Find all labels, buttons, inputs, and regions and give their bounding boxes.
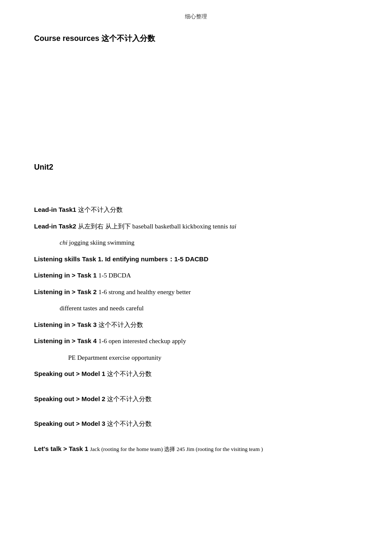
speaking-out-model1-line: Speaking out > Model 1 这个不计入分数 — [34, 368, 358, 380]
lets-talk-task1-answer: Jack (rooting for the home team) 选择 245 … — [90, 446, 263, 452]
speaking-out-model3-line: Speaking out > Model 3 这个不计入分数 — [34, 418, 358, 430]
course-resources-title: Course resources 这个不计入分数 — [34, 33, 358, 43]
listening-in-task4-extra: PE Department exercise opportunity — [34, 352, 358, 364]
lead-in-task2-direction: 从左到右 从上到下 — [78, 223, 131, 230]
page: 细心整理 Course resources 这个不计入分数 Unit2 Lead… — [0, 0, 392, 555]
listening-in-task4-answer: 1-6 open interested checkup apply — [98, 338, 186, 344]
lead-in-task2-rest: jogging skiing swimming — [67, 239, 134, 246]
lead-in-task2-label: Lead-in Task2 — [34, 223, 78, 230]
lead-in-task1-answer: 这个不计入分数 — [78, 206, 123, 213]
speaking-out-model2-line: Speaking out > Model 2 这个不计入分数 — [34, 393, 358, 405]
listening-in-task2-answer: 1-6 strong and healthy energy better — [98, 289, 191, 295]
speaking-out-model1-answer: 这个不计入分数 — [107, 370, 152, 377]
listening-in-task4-line: Listening in > Task 4 1-6 open intereste… — [34, 335, 358, 347]
lead-in-task2-chi: chi — [60, 239, 67, 246]
speaking-out-model2-answer: 这个不计入分数 — [107, 396, 152, 402]
speaking-out-model2-label: Speaking out > Model 2 — [34, 395, 107, 402]
lead-in-task1-label: Lead-in Task1 — [34, 206, 78, 213]
speaking-out-model1-label: Speaking out > Model 1 — [34, 370, 107, 377]
spacer-1 — [34, 52, 358, 137]
listening-in-task2-extra: different tastes and needs careful — [34, 302, 358, 315]
listening-skills-line: Listening skills Task 1. Id entifying nu… — [34, 253, 358, 266]
lead-in-task1-line: Lead-in Task1 这个不计入分数 — [34, 204, 358, 216]
listening-in-task2-extra-text: different tastes and needs careful — [60, 305, 144, 312]
unit2-title: Unit2 — [34, 163, 358, 172]
speaking-out-model3-answer: 这个不计入分数 — [107, 420, 152, 427]
listening-in-task3-label: Listening in > Task 3 — [34, 321, 98, 328]
spacer-2 — [34, 187, 358, 204]
listening-skills-label: Listening skills Task 1. Id entifying nu… — [34, 255, 208, 263]
listening-in-task1-line: Listening in > Task 1 1-5 DBCDA — [34, 269, 358, 282]
speaking-out-model3-label: Speaking out > Model 3 — [34, 420, 107, 427]
spacer-3 — [34, 384, 358, 393]
listening-in-task1-answer: 1-5 DBCDA — [98, 272, 131, 279]
listening-in-task2-label: Listening in > Task 2 — [34, 288, 98, 295]
lead-in-task2-extra: chi jogging skiing swimming — [34, 237, 358, 249]
watermark: 细心整理 — [34, 13, 358, 20]
lead-in-task2-answers: baseball basketball kickboxing tennis ta… — [131, 223, 236, 230]
listening-in-task4-label: Listening in > Task 4 — [34, 337, 98, 344]
listening-in-task2-line: Listening in > Task 2 1-6 strong and hea… — [34, 286, 358, 298]
lets-talk-task1-label: Let's talk > Task 1 — [34, 445, 90, 452]
lead-in-task2-italic: tai — [230, 223, 236, 230]
lets-talk-task1-line: Let's talk > Task 1 Jack (rooting for th… — [34, 443, 358, 455]
spacer-5 — [34, 434, 358, 443]
listening-in-task4-extra-text: PE Department exercise opportunity — [68, 354, 161, 361]
listening-in-task3-answer: 这个不计入分数 — [98, 321, 143, 328]
listening-in-task3-line: Listening in > Task 3 这个不计入分数 — [34, 319, 358, 331]
spacer-4 — [34, 409, 358, 418]
listening-in-task1-label: Listening in > Task 1 — [34, 272, 98, 279]
lead-in-task2-line: Lead-in Task2 从左到右 从上到下 baseball basketb… — [34, 220, 358, 233]
